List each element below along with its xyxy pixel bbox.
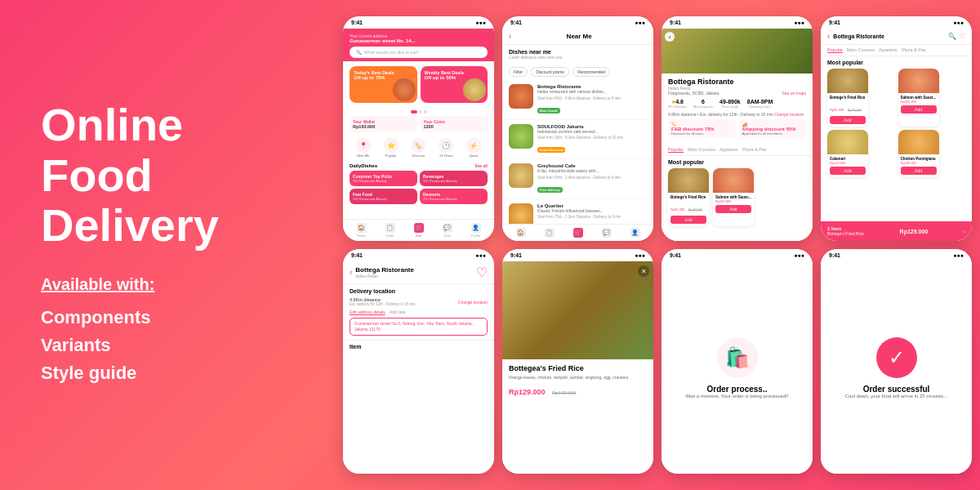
- tab-popular-4[interactable]: Popular: [827, 47, 843, 53]
- restaurant-card-4[interactable]: Le Quartier Classic French-influenced br…: [502, 199, 653, 225]
- menu-item-4-4[interactable]: Chicken Parmigiana Rp168.000 Add: [898, 130, 939, 177]
- add-button-1[interactable]: Add: [670, 216, 706, 224]
- search-placeholder: What would you like to eat?: [364, 50, 419, 55]
- menu-grid-4: Bottege's Fried Rice Rp95.000 Rp155.000 …: [821, 69, 972, 177]
- nav-cart-2[interactable]: 🛒: [573, 228, 583, 238]
- food-desc: Orange leaves, chicken, tempeh, sambal, …: [509, 375, 647, 381]
- change-location[interactable]: Change location: [774, 112, 804, 117]
- nav-discount[interactable]: 🏷️ Discount: [411, 138, 425, 158]
- address-label: Your current address: [350, 33, 488, 38]
- tab-main-4[interactable]: Main Courses: [847, 47, 875, 53]
- tab-pizza-4[interactable]: Pizza & Pas: [902, 47, 926, 53]
- wallet-card[interactable]: Your Wallet Rp193.000: [350, 116, 417, 132]
- nav-profile-2[interactable]: 👤: [630, 228, 640, 238]
- cart-bar[interactable]: 1 Item Bottege's Fried Rice Rp129.000 ›: [821, 221, 972, 241]
- bottom-nav-1: 🏠 Home 📋 Order 🛒 Cart 💬 Chat 👤 Profile: [343, 219, 494, 241]
- nav-chat[interactable]: 💬 Chat: [443, 223, 452, 238]
- category-top-picks[interactable]: Customer Top Picks 335 Restaurant Alread…: [350, 171, 417, 186]
- menu-item-4-1[interactable]: Bottege's Fried Rice Rp95.000 Rp155.000 …: [827, 69, 868, 127]
- back-button-4[interactable]: ‹: [827, 32, 830, 41]
- restaurant-card-1[interactable]: Bottega Ristorante Italian restaurant wi…: [502, 80, 653, 120]
- discount-1: 🏷️ F&B discount 75% Discounts for all me…: [668, 119, 736, 138]
- see-on-map[interactable]: See on maps: [782, 91, 806, 96]
- deal-weekly[interactable]: Weekly Best Deals Off up to 50%: [421, 66, 488, 103]
- menu-item-1[interactable]: Bottege's Fried Rice Rp95.000 Rp155.000 …: [668, 168, 709, 226]
- carousel-dots: [343, 108, 494, 116]
- menu-item-4-3[interactable]: Calamari Rp129.000 Add: [827, 130, 868, 177]
- deal-today[interactable]: Today's Best Deals Off up to 75%: [350, 66, 417, 103]
- tab-pizza[interactable]: Pizza & Pas: [742, 147, 767, 153]
- bottom-nav-2: 🏠 📋 🛒 💬 👤: [502, 224, 653, 241]
- add-button-2[interactable]: Add: [715, 205, 751, 213]
- tab-main-courses[interactable]: Main Courses: [688, 147, 715, 153]
- add-btn-4-3[interactable]: Add: [830, 167, 866, 175]
- nav-profile[interactable]: 👤 Profile: [471, 223, 481, 238]
- close-icon[interactable]: ✕: [638, 265, 649, 277]
- heart-icon-4[interactable]: ♡: [960, 33, 965, 40]
- restaurant-img-1: [509, 84, 533, 109]
- nav-chat-2[interactable]: 💬: [602, 228, 612, 238]
- dishes-title: Dishes near me: [509, 49, 647, 55]
- wallet-value: Rp193.000: [353, 124, 414, 129]
- add-btn-4-1[interactable]: Add: [830, 116, 866, 124]
- tab-popular[interactable]: Popular: [668, 147, 684, 153]
- nav-home[interactable]: 🏠 Home: [357, 223, 367, 238]
- category-beverages[interactable]: Beverages 220 Restaurant Already: [420, 171, 488, 186]
- category-fastfood[interactable]: Fast Food 332 Restaurant Already: [350, 189, 417, 204]
- search-icon-4[interactable]: 🔍: [948, 33, 956, 40]
- back-button-5[interactable]: ‹: [350, 268, 352, 277]
- edit-address-link[interactable]: Edit address details: [350, 310, 385, 314]
- menu-label: Menu options: [693, 105, 713, 109]
- filter-chip-recommended[interactable]: Recommended: [572, 67, 610, 77]
- nav-order[interactable]: 📋 Order: [385, 223, 395, 238]
- food-price: Rp129.000: [509, 388, 546, 396]
- menu-item-4-2[interactable]: Salmon with Sausr... Rp320.000 Add: [898, 69, 939, 127]
- cart-icon: 🛒: [414, 223, 424, 233]
- cart-arrow-icon: ›: [964, 229, 965, 234]
- menu-price-4-4: Rp168.000: [901, 161, 937, 165]
- tab-appetizer-4[interactable]: Appetizer: [879, 47, 898, 53]
- change-location-5[interactable]: Change location: [458, 300, 488, 305]
- nav-cart[interactable]: 🛒 Cart: [414, 223, 424, 238]
- add-note-link[interactable]: Add note: [390, 310, 406, 314]
- nav-order-2[interactable]: 📋: [545, 228, 555, 238]
- add-btn-4-2[interactable]: Add: [901, 105, 937, 114]
- search-bar[interactable]: 🔍 What would you like to eat?: [350, 47, 488, 58]
- menu-item-2[interactable]: Salmon with Sausr... Rp320.000 Add: [713, 168, 754, 226]
- cart-info: 1 Item Bottege's Fried Rice: [827, 226, 864, 236]
- coins-card[interactable]: Your Coins 1200: [421, 116, 488, 132]
- home-icon: 🏠: [357, 223, 367, 233]
- chat-icon-2: 💬: [602, 228, 612, 238]
- back-button[interactable]: ‹: [509, 32, 511, 41]
- tab-appetizer[interactable]: Appetizer: [719, 147, 738, 153]
- add-btn-4-4[interactable]: Add: [901, 167, 937, 175]
- menu-info-4-1: Bottege's Fried Rice Rp95.000 Rp155.000 …: [827, 93, 868, 127]
- restaurant-card-2[interactable]: SOULFOOD Jakarta Indonesian comfort cafe…: [502, 120, 653, 160]
- time-4: 9:41: [829, 20, 840, 25]
- nav-popular[interactable]: ⭐ Popular: [384, 138, 399, 158]
- restaurant-card-3[interactable]: Greyhound Cafe A hip, industrial-style e…: [502, 159, 653, 199]
- see-all[interactable]: See all: [474, 163, 488, 168]
- nav-quick[interactable]: ⚡ Quick: [466, 138, 481, 158]
- promo-badge-2: Extra Discount: [537, 147, 565, 153]
- phone-order-processing: 9:41 ●●● 🛍️ Order process.. Wait a momen…: [662, 249, 813, 474]
- category-desserts[interactable]: Desserts 220 Restaurant Already: [420, 189, 488, 204]
- stat-menu: 6 Menu options: [693, 99, 713, 109]
- nav-24hours[interactable]: 🕐 24 Hours: [439, 138, 453, 158]
- restaurant-detail-screen: ‹ Bottega Ristorante Italian Resto Fairg…: [662, 29, 813, 241]
- hours-val: 8AM-9PM: [747, 99, 773, 105]
- category-grid: Customer Top Picks 335 Restaurant Alread…: [350, 171, 488, 204]
- nav-home-2[interactable]: 🏠: [516, 228, 526, 238]
- menu-old-price-4-1: Rp155.000: [848, 109, 862, 112]
- hours-icon: 🕐: [439, 138, 453, 153]
- back-button-3[interactable]: ‹: [665, 32, 675, 42]
- filter-chip-filter[interactable]: Filter: [509, 67, 528, 77]
- top-picks-count: 335 Restaurant Already: [353, 179, 414, 183]
- address-value[interactable]: Gunawarman street No.3, Selong, Kec. Kby…: [350, 318, 488, 336]
- delivery-note: Est. delivery for 12th - Delivery in 15 …: [700, 112, 773, 117]
- item-section-title: Item: [343, 340, 494, 353]
- nav-nearme[interactable]: 📍 Near Me: [356, 138, 371, 158]
- heart-icon-5[interactable]: ♡: [476, 265, 488, 280]
- filter-chip-discount[interactable]: Discount promo: [531, 67, 569, 77]
- cart-item-name: Bottege's Fried Rice: [827, 231, 864, 236]
